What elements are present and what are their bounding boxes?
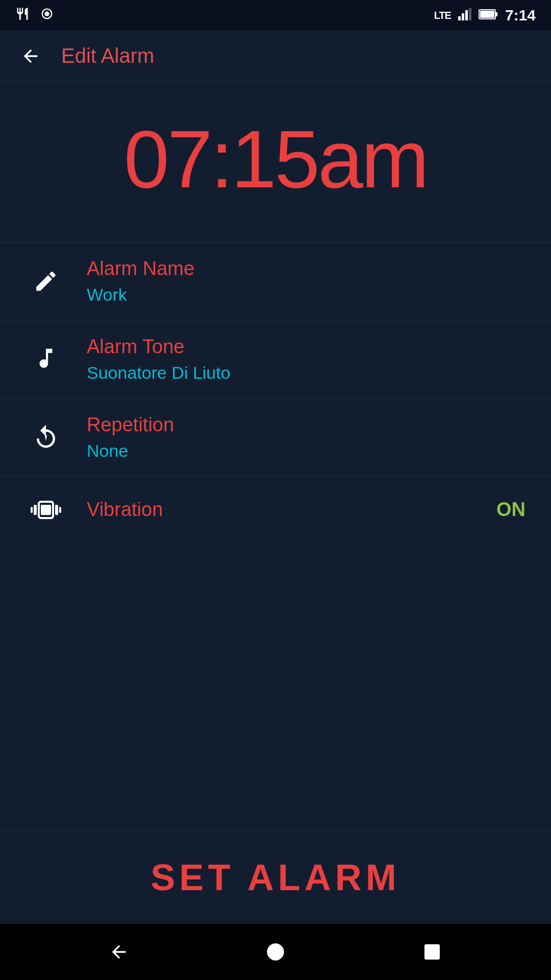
alarm-name-value: Work — [87, 285, 525, 305]
svg-rect-12 — [55, 505, 58, 515]
top-bar: Edit Alarm — [0, 31, 551, 82]
svg-rect-13 — [31, 507, 33, 513]
alarm-tone-text: Alarm Tone Suonatore Di Liuto — [87, 336, 525, 383]
status-bar: LTE 7:14 — [0, 0, 551, 31]
alarm-tone-label: Alarm Tone — [87, 336, 525, 358]
vibration-text: Vibration — [87, 499, 496, 521]
status-time: 7:14 — [505, 7, 536, 24]
vibration-item[interactable]: Vibration ON — [0, 476, 551, 543]
svg-rect-5 — [469, 8, 471, 20]
back-button[interactable] — [20, 46, 41, 66]
svg-rect-7 — [480, 11, 494, 18]
vibration-icon — [26, 496, 66, 524]
alarm-name-text: Alarm Name Work — [87, 258, 525, 305]
svg-rect-3 — [462, 13, 464, 20]
svg-rect-16 — [424, 944, 440, 960]
battery-icon — [479, 8, 498, 22]
repeat-icon — [26, 424, 66, 451]
nav-home-button[interactable] — [260, 937, 291, 967]
vibration-label: Vibration — [87, 499, 496, 521]
page-title: Edit Alarm — [61, 44, 154, 67]
svg-rect-10 — [41, 505, 51, 515]
repetition-text: Repetition None — [87, 414, 525, 461]
repetition-label: Repetition — [87, 414, 525, 436]
nav-back-button[interactable] — [104, 937, 134, 967]
main-content: 07:15am Alarm Name Work Alarm Tone Suona… — [0, 82, 551, 830]
set-alarm-section: SET ALARM — [0, 830, 551, 924]
nav-recent-button[interactable] — [417, 937, 447, 967]
repetition-item[interactable]: Repetition None — [0, 398, 551, 476]
svg-rect-11 — [34, 505, 37, 515]
svg-point-1 — [44, 11, 49, 16]
music-note-icon — [26, 346, 66, 373]
lte-icon: LTE — [434, 10, 451, 21]
alarm-name-item[interactable]: Alarm Name Work — [0, 242, 551, 320]
svg-rect-2 — [458, 16, 461, 20]
alarm-tone-value: Suonatore Di Liuto — [87, 363, 525, 383]
status-bar-left — [15, 7, 54, 24]
alarm-tone-item[interactable]: Alarm Tone Suonatore Di Liuto — [0, 320, 551, 398]
svg-rect-14 — [59, 507, 61, 513]
signal-icon — [458, 8, 471, 22]
svg-point-15 — [267, 943, 284, 960]
status-bar-right: LTE 7:14 — [434, 7, 536, 24]
alarm-time[interactable]: 07:15am — [124, 112, 428, 206]
repetition-value: None — [87, 441, 525, 461]
fork-icon — [15, 7, 30, 24]
set-alarm-button[interactable]: SET ALARM — [151, 856, 400, 898]
nav-bar — [0, 924, 551, 980]
edit-icon — [26, 268, 66, 294]
content-spacer — [0, 543, 551, 830]
record-icon — [40, 7, 54, 24]
vibration-status: ON — [496, 499, 525, 521]
svg-rect-8 — [495, 12, 497, 16]
svg-rect-4 — [465, 10, 468, 20]
alarm-name-label: Alarm Name — [87, 258, 525, 280]
time-display-section[interactable]: 07:15am — [0, 82, 551, 242]
